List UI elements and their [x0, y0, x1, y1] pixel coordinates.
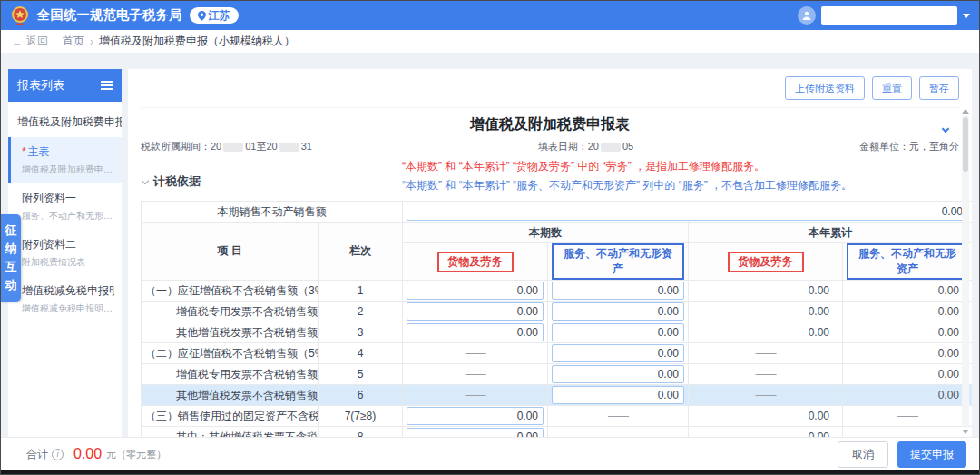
window-bottom-edge: [1, 470, 979, 475]
amount-input[interactable]: [407, 282, 544, 300]
form-title: 增值税及附加税费申报表: [470, 115, 630, 134]
amount-input[interactable]: [407, 428, 544, 437]
amount-input[interactable]: [407, 407, 544, 425]
cancel-button[interactable]: 取消: [838, 441, 888, 468]
row-label: （一）应征增值税不含税销售额（3%征收率）: [142, 281, 318, 302]
row-label: （三）销售使用过的固定资产不含税销售额: [142, 406, 318, 427]
real-estate-sales-row: 本期销售不动产销售额: [142, 202, 973, 223]
breadcrumb-current: 增值税及附加税费申报（小规模纳税人）: [99, 34, 295, 49]
note-blue: “本期数” 和 “本年累计” “服务、不动产和无形资产” 列中的 “服务” ，不…: [402, 176, 852, 195]
location-pin-icon: [198, 11, 206, 21]
scroll-down-icon[interactable]: [962, 430, 969, 434]
note-red: “本期数” 和 “本年累计” “货物及劳务” 中的 “劳务” ，是指加工修理修配…: [402, 157, 852, 176]
amount-readonly: 0.00: [843, 302, 973, 322]
upload-attachments-button[interactable]: 上传附送资料: [785, 76, 865, 100]
table-row: 其中：其他增值税发票不含税销售额8——0.00——: [142, 427, 973, 438]
services-realestate-badge: 服务、不动产和无形资产: [847, 243, 968, 280]
row-label: 其他增值税发票不含税销售额: [142, 385, 318, 406]
not-applicable-cell: ——: [689, 343, 843, 364]
vertical-scrollbar[interactable]: [961, 109, 970, 434]
amount-readonly: 0.00: [843, 364, 973, 385]
amount-input[interactable]: [552, 365, 684, 383]
services-realestate-badge: 服务、不动产和无形资产: [552, 243, 684, 280]
reset-button[interactable]: 重置: [872, 76, 912, 100]
breadcrumb-home-link[interactable]: 首页: [63, 34, 84, 49]
content-area: 报表列表 增值税及附加税费申报... *主表增值税及附加税费申报表附列资料一服务…: [1, 54, 979, 437]
back-button[interactable]: ← 返回: [12, 34, 48, 49]
row-line-number: 2: [318, 302, 403, 322]
main-panel: 上传附送资料 重置 暂存 增值税及附加税费申报表 税款所属期间：2001至203…: [128, 69, 972, 437]
row-line-number: 3: [318, 322, 403, 343]
section-title[interactable]: 计税依据: [142, 173, 201, 190]
user-account-field[interactable]: [821, 6, 957, 25]
report-list-sidebar: 报表列表 增值税及附加税费申报... *主表增值税及附加税费申报表附列资料一服务…: [8, 69, 122, 437]
goods-services-badge: 货物及劳务: [437, 252, 514, 272]
fill-date-segments: 2005: [588, 141, 634, 152]
amount-input[interactable]: [552, 323, 684, 341]
amount-input[interactable]: [552, 302, 684, 321]
not-applicable-cell: ——: [843, 406, 973, 427]
region-badge[interactable]: 江苏: [190, 7, 239, 24]
scrollbar-thumb[interactable]: [963, 117, 968, 172]
not-applicable-cell: ——: [843, 427, 973, 438]
breadcrumb-bar: ← 返回 首页 › 增值税及附加税费申报（小规模纳税人）: [1, 30, 979, 54]
row-label: 增值税专用发票不含税销售额: [142, 364, 318, 385]
pre-row-label: 本期销售不动产销售额: [142, 202, 403, 223]
amount-input[interactable]: [552, 386, 684, 404]
col-header-item: 项 目: [142, 223, 318, 281]
amount-readonly: 0.00: [843, 385, 973, 406]
row-label: 其中：其他增值税发票不含税销售额: [142, 427, 318, 438]
amount-input[interactable]: [407, 302, 544, 321]
tax-basis-table: 本期销售不动产销售额 项 目 栏次 本期数 本年累计 货物及劳务 服务、不动产和…: [141, 201, 972, 437]
not-applicable-cell: ——: [403, 385, 548, 406]
form-area: 增值税及附加税费申报表 税款所属期间：2001至2031 填表日期：2005 金…: [141, 107, 959, 437]
row-line-number: 1: [318, 281, 403, 302]
tax-basis-section-header: 计税依据 “本期数” 和 “本年累计” “货物及劳务” 中的 “劳务” ，是指加…: [141, 157, 959, 201]
form-meta-row: 税款所属期间：2001至2031 填表日期：2005 金额单位：元，至角分: [141, 137, 959, 155]
total-label: 合计: [26, 447, 48, 462]
not-applicable-cell: ——: [403, 364, 548, 385]
amount-input[interactable]: [552, 344, 684, 362]
not-applicable-cell: ——: [403, 343, 548, 364]
amount-readonly: 0.00: [689, 281, 843, 302]
table-row: 其他增值税发票不含税销售额30.000.00: [142, 322, 973, 343]
amount-input[interactable]: [407, 323, 544, 341]
collapse-form-chevron-icon[interactable]: [943, 119, 948, 135]
form-toolbar: 上传附送资料 重置 暂存: [141, 76, 959, 100]
table-body: （一）应征增值税不含税销售额（3%征收率）10.000.00增值税专用发票不含税…: [142, 281, 973, 438]
user-avatar-icon[interactable]: [798, 6, 816, 25]
national-emblem-logo: [10, 5, 30, 25]
sidebar-item[interactable]: 附列资料一服务、不动产和无形资产扣..: [8, 183, 122, 230]
table-row: 其他增值税发票不含税销售额6————0.00: [142, 385, 973, 406]
total-amount: 0.00: [74, 446, 102, 462]
submit-declaration-button[interactable]: 提交申报: [897, 441, 966, 468]
collapse-menu-icon[interactable]: [101, 84, 113, 86]
tax-period: 税款所属期间：2001至2031: [141, 140, 312, 153]
row-line-number: 8: [318, 427, 403, 438]
row-line-number: 6: [318, 385, 403, 406]
table-row: 增值税专用发票不含税销售额20.000.00: [142, 302, 973, 322]
amount-readonly: 0.00: [843, 281, 973, 302]
back-arrow-icon: ←: [12, 35, 23, 48]
sidebar-item[interactable]: 增值税减免税申报明...增值税减免税申报明细表: [8, 276, 122, 322]
info-icon[interactable]: i: [52, 449, 64, 460]
app-title: 全国统一规范电子税务局: [37, 7, 182, 24]
col-header-ytd: 本年累计: [689, 223, 973, 243]
row-line-number: 5: [318, 364, 403, 385]
goods-services-badge: 货物及劳务: [728, 252, 804, 272]
topbar: 全国统一规范电子税务局 江苏: [1, 1, 979, 30]
user-dropdown-caret-icon[interactable]: [963, 14, 970, 18]
temp-save-button[interactable]: 暂存: [919, 76, 959, 100]
sidebar-item[interactable]: 附列资料二附加税费情况表: [8, 230, 122, 276]
sidebar-item[interactable]: *主表增值税及附加税费申报表: [8, 137, 122, 183]
real-estate-sales-input[interactable]: [407, 203, 968, 221]
col-header-line-no: 栏次: [318, 223, 403, 281]
interaction-drawer-tab[interactable]: 征纳互动: [1, 214, 21, 302]
sidebar-group-header[interactable]: 增值税及附加税费申报...: [8, 102, 122, 137]
amount-input[interactable]: [552, 282, 684, 300]
form-notes: “本期数” 和 “本年累计” “货物及劳务” 中的 “劳务” ，是指加工修理修配…: [402, 157, 852, 195]
row-label: 增值税专用发票不含税销售额: [142, 302, 318, 322]
scroll-up-icon[interactable]: [962, 109, 969, 114]
not-applicable-cell: ——: [548, 427, 689, 438]
table-row: （一）应征增值税不含税销售额（3%征收率）10.000.00: [142, 281, 973, 302]
